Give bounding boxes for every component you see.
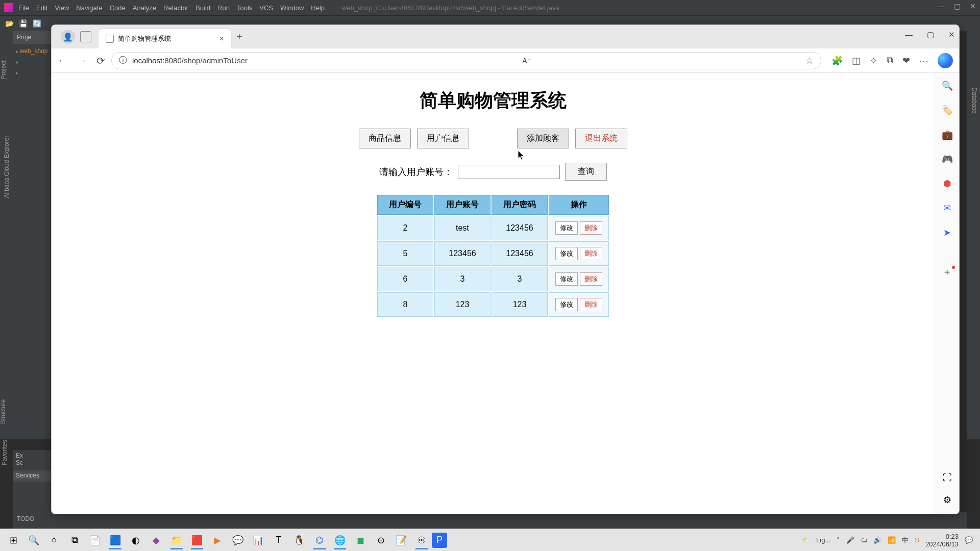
sync-icon[interactable]: 🔄 [33, 19, 41, 28]
tray-ime-icon[interactable]: 中 [902, 536, 909, 545]
struct-item[interactable]: Sc [16, 459, 48, 466]
tree-root[interactable]: web_shop [16, 46, 48, 57]
tray-wifi-icon[interactable]: 📶 [888, 536, 896, 544]
explorer-icon[interactable]: 📄 [85, 531, 105, 549]
edit-button[interactable]: 修改 [555, 298, 578, 311]
performance-icon[interactable]: ❤ [902, 55, 910, 66]
folder-icon[interactable]: 📁 [166, 531, 187, 549]
edit-button[interactable]: 修改 [555, 221, 578, 235]
wechat-icon[interactable]: 💬 [228, 531, 248, 549]
text-icon[interactable]: T [268, 531, 289, 549]
sidebar-search-icon[interactable]: 🔍 [942, 80, 953, 91]
menu-vcs[interactable]: VCS [259, 4, 273, 12]
delete-button[interactable]: 删除 [580, 247, 602, 260]
read-aloud-icon[interactable]: A⁺ [522, 57, 530, 65]
sidebar-screenshot-icon[interactable]: ⛶ [942, 472, 953, 483]
sidebar-shopping-icon[interactable]: 🏷️ [942, 105, 953, 116]
bottom-todo[interactable]: TODO [17, 515, 34, 522]
left-structure-tab[interactable]: Structure [0, 399, 7, 424]
menu-window[interactable]: Window [280, 4, 304, 12]
edge-icon[interactable]: 🌐 [330, 531, 350, 549]
sidebar-tools-icon[interactable]: 💼 [942, 129, 953, 140]
copilot-icon[interactable] [938, 53, 953, 68]
ij-minimize-icon[interactable]: — [938, 2, 945, 10]
tree-node[interactable] [16, 57, 48, 67]
search-input[interactable] [458, 165, 560, 179]
sidebar-m365-icon[interactable]: ⬢ [942, 178, 953, 189]
menu-navigate[interactable]: Navigate [76, 4, 102, 12]
app3-icon[interactable]: ▶ [207, 531, 228, 549]
split-screen-icon[interactable]: ◫ [852, 55, 861, 66]
favorites-icon[interactable]: ✧ [870, 55, 877, 66]
add-customer-button[interactable]: 添加顾客 [517, 129, 569, 148]
more-icon[interactable]: ⋯ [919, 55, 928, 66]
menu-analyze[interactable]: Analyze [133, 4, 156, 12]
edit-button[interactable]: 修改 [555, 272, 578, 286]
project-tree[interactable]: web_shop [13, 44, 51, 80]
notifications-icon[interactable]: 💬 [965, 536, 973, 544]
tree-node[interactable] [16, 67, 48, 78]
menu-run[interactable]: Run [217, 4, 230, 12]
tray-mic-icon[interactable]: 🎤 [846, 536, 854, 544]
ij-maximize-icon[interactable]: ▢ [954, 2, 961, 10]
app2-icon[interactable]: ◆ [146, 531, 166, 549]
nav-back-icon[interactable]: ← [58, 55, 68, 67]
extensions-icon[interactable]: 🧩 [831, 55, 843, 66]
menu-view[interactable]: View [55, 4, 69, 12]
sidebar-games-icon[interactable]: 🎮 [942, 154, 953, 165]
search-button[interactable]: 查询 [565, 163, 607, 181]
address-bar[interactable]: ⓘ localhost:8080/shop/adminToUser A⁺ ☆ [111, 52, 821, 69]
menu-refactor[interactable]: Refactor [163, 4, 188, 12]
weather-icon[interactable]: ⛅ [802, 536, 810, 544]
app5-icon[interactable]: ⊙ [371, 531, 391, 549]
left-favorites-tab[interactable]: Favorites [1, 440, 8, 465]
collections-icon[interactable]: ⧉ [887, 55, 893, 66]
intellij-icon[interactable]: 🟥 [187, 531, 207, 549]
menu-file[interactable]: File [18, 4, 29, 12]
browser-maximize-icon[interactable]: ▢ [927, 30, 934, 39]
start-button[interactable]: ⊞ [3, 531, 23, 549]
app6-icon[interactable]: ♾ [411, 531, 432, 549]
weather-text[interactable]: Lig... [816, 536, 830, 544]
menu-help[interactable]: Help [311, 4, 325, 12]
pycharm-icon[interactable]: ◼ [350, 531, 371, 549]
tray-volume-icon[interactable]: 🔊 [873, 536, 881, 544]
site-info-icon[interactable]: ⓘ [119, 55, 127, 66]
new-tab-button[interactable]: + [236, 31, 242, 43]
edit-button[interactable]: 修改 [555, 247, 578, 260]
nav-refresh-icon[interactable]: ⟳ [96, 55, 105, 67]
browser-close-icon[interactable]: ✕ [948, 30, 955, 39]
search-button[interactable]: 🔍 [23, 531, 44, 549]
delete-button[interactable]: 删除 [580, 272, 602, 286]
sidebar-add-icon[interactable]: + [942, 267, 953, 278]
tray-battery-icon[interactable]: 🗂 [861, 536, 867, 544]
tray-sogou-icon[interactable]: S [915, 536, 919, 544]
sidebar-send-icon[interactable]: ➤ [942, 227, 953, 238]
save-icon[interactable]: 💾 [19, 19, 28, 28]
eclipse-icon[interactable]: ◐ [126, 531, 146, 549]
services-header[interactable]: Services [13, 470, 51, 482]
tray-chevron-icon[interactable]: ˄ [837, 536, 840, 544]
ij-close-icon[interactable]: ✕ [970, 2, 976, 10]
struct-item[interactable]: Ex [16, 452, 48, 459]
left-cloud-tab[interactable]: Alibaba Cloud Explorer [3, 136, 10, 198]
exit-system-button[interactable]: 退出系统 [575, 129, 627, 148]
delete-button[interactable]: 删除 [580, 298, 602, 311]
sidebar-settings-icon[interactable]: ⚙ [942, 494, 953, 506]
menu-tools[interactable]: Tools [237, 4, 252, 12]
app1-icon[interactable]: 🟦 [105, 531, 126, 549]
cortana-icon[interactable]: ○ [44, 531, 64, 549]
menu-code[interactable]: Code [110, 4, 126, 12]
vscode-icon[interactable]: ⌬ [309, 531, 330, 549]
browser-tab[interactable]: 简单购物管理系统 × [99, 29, 231, 48]
task-view-icon[interactable]: ⧉ [64, 531, 85, 549]
app4-icon[interactable]: 📊 [248, 531, 268, 549]
profile-avatar-icon[interactable]: 👤 [61, 30, 75, 44]
right-database-tab[interactable]: Database [970, 87, 977, 113]
goods-info-button[interactable]: 商品信息 [359, 129, 411, 148]
favorite-star-icon[interactable]: ☆ [805, 55, 814, 66]
menu-build[interactable]: Build [195, 4, 210, 12]
tab-actions-icon[interactable] [80, 31, 91, 42]
open-icon[interactable]: 📂 [5, 19, 14, 28]
sidebar-outlook-icon[interactable]: ✉ [942, 203, 953, 214]
